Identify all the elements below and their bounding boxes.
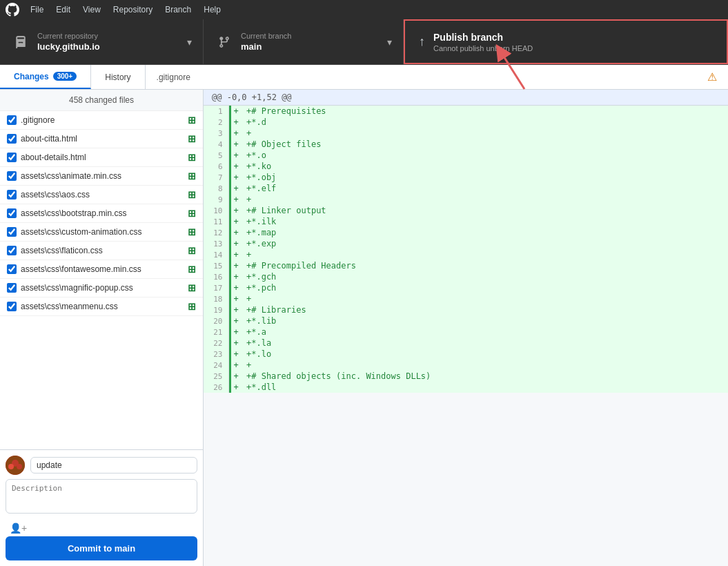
diff-indicator: + — [231, 106, 241, 117]
menu-file[interactable]: File — [25, 3, 49, 17]
file-item[interactable]: assets\css\flaticon.css ⊞ — [0, 242, 203, 260]
file-checkbox[interactable] — [7, 153, 17, 162]
diff-line-content: +*.la — [241, 338, 728, 349]
file-add-icon: ⊞ — [188, 226, 196, 237]
file-name: assets\css\animate.min.css — [21, 171, 184, 181]
file-checkbox[interactable] — [7, 264, 17, 274]
diff-line-content: + — [241, 360, 728, 371]
diff-line: 16 + +*.gch — [204, 271, 728, 282]
upload-icon: ↑ — [419, 35, 425, 49]
file-checkbox[interactable] — [7, 227, 17, 237]
diff-indicator: + — [231, 271, 241, 282]
diff-line-num: 21 — [204, 326, 228, 338]
file-item[interactable]: assets\css\custom-animation.css ⊞ — [0, 223, 203, 242]
diff-line-content: +*.gch — [241, 271, 728, 282]
diff-indicator: + — [231, 249, 241, 260]
diff-line: 26 + +*.dll — [204, 382, 728, 393]
diff-line-content: +# Shared objects (inc. Windows DLLs) — [241, 371, 728, 382]
commit-description-input[interactable] — [6, 479, 197, 514]
diff-table: 1 + +# Prerequisites 2 + +*.d 3 + + 4 + … — [204, 106, 728, 393]
menu-view[interactable]: View — [77, 3, 106, 17]
diff-line: 9 + + — [204, 194, 728, 205]
diff-line-content: +*.exp — [241, 238, 728, 249]
file-checkbox[interactable] — [7, 283, 17, 293]
file-name: assets\css\flaticon.css — [21, 246, 184, 255]
diff-line-num: 6 — [204, 161, 228, 172]
diff-line-content: +*.d — [241, 117, 728, 128]
filepath-section: .gitignore ⚠ — [146, 65, 728, 89]
publish-subtitle: Cannot publish unborn HEAD — [433, 44, 533, 52]
diff-line-content: +*.obj — [241, 172, 728, 183]
tab-changes[interactable]: Changes 300+ — [0, 65, 91, 89]
diff-line: 4 + +# Object files — [204, 139, 728, 150]
publish-branch-button[interactable]: ↑ Publish branch Cannot publish unborn H… — [404, 19, 728, 64]
branch-label-group: Current branch main — [241, 32, 291, 52]
diff-line-num: 22 — [204, 338, 228, 349]
changed-files-header: 458 changed files — [0, 90, 203, 111]
file-item[interactable]: assets\css\meanmenu.css ⊞ — [0, 297, 203, 316]
diff-line-content: +# Precompiled Headers — [241, 260, 728, 271]
commit-button[interactable]: Commit to main — [6, 536, 197, 560]
diff-header: @@ -0,0 +1,52 @@ — [204, 90, 728, 106]
co-author-row[interactable]: 👤+ — [6, 520, 197, 536]
diff-line-content: +*.map — [241, 227, 728, 238]
file-checkbox[interactable] — [7, 115, 17, 125]
file-name: assets\css\meanmenu.css — [21, 302, 184, 311]
diff-area[interactable]: @@ -0,0 +1,52 @@ 1 + +# Prerequisites 2 … — [204, 90, 728, 566]
changes-badge: 300+ — [53, 72, 77, 81]
menu-repository[interactable]: Repository — [108, 3, 158, 17]
current-branch-button[interactable]: Current branch main ▾ — [204, 19, 404, 64]
diff-line: 17 + +*.pch — [204, 282, 728, 293]
tabs-row: Changes 300+ History .gitignore ⚠ — [0, 65, 728, 90]
menu-edit[interactable]: Edit — [50, 3, 76, 17]
tab-changes-label: Changes — [14, 72, 49, 81]
file-add-icon: ⊞ — [188, 301, 196, 312]
diff-line-num: 12 — [204, 227, 228, 238]
diff-line-num: 18 — [204, 293, 228, 304]
file-item[interactable]: .gitignore ⊞ — [0, 111, 203, 130]
diff-line-num: 13 — [204, 238, 228, 249]
diff-line-num: 3 — [204, 128, 228, 139]
file-item[interactable]: assets\css\animate.min.css ⊞ — [0, 167, 203, 186]
diff-line-num: 5 — [204, 150, 228, 161]
file-item[interactable]: assets\css\magnific-popup.css ⊞ — [0, 279, 203, 297]
file-item[interactable]: assets\css\aos.css ⊞ — [0, 186, 203, 204]
diff-line-content: +# Libraries — [241, 304, 728, 315]
file-add-icon: ⊞ — [188, 282, 196, 293]
add-coauthor-icon: 👤+ — [10, 523, 27, 534]
file-item[interactable]: assets\css\fontawesome.min.css ⊞ — [0, 260, 203, 279]
file-checkbox[interactable] — [7, 208, 17, 218]
diff-indicator: + — [231, 172, 241, 183]
diff-indicator: + — [231, 216, 241, 227]
file-list: .gitignore ⊞ about-citta.html ⊞ about-de… — [0, 111, 203, 449]
branch-name: main — [241, 41, 291, 52]
file-item[interactable]: assets\css\bootstrap.min.css ⊞ — [0, 204, 203, 223]
diff-line-num: 10 — [204, 205, 228, 216]
commit-area: 👤+ Commit to main — [0, 449, 203, 566]
diff-line-num: 20 — [204, 315, 228, 326]
diff-line-num: 15 — [204, 260, 228, 271]
commit-user-row — [6, 456, 197, 475]
file-checkbox[interactable] — [7, 134, 17, 144]
current-repo-button[interactable]: Current repository lucky.github.io ▾ — [0, 19, 204, 64]
file-item[interactable]: about-citta.html ⊞ — [0, 130, 203, 148]
diff-line-content: +# Prerequisites — [241, 106, 728, 117]
commit-summary-input[interactable] — [30, 457, 197, 474]
file-name: assets\css\custom-animation.css — [21, 227, 184, 237]
menu-help[interactable]: Help — [198, 3, 226, 17]
diff-line: 22 + +*.la — [204, 338, 728, 349]
diff-indicator: + — [231, 238, 241, 249]
file-checkbox[interactable] — [7, 302, 17, 311]
file-checkbox[interactable] — [7, 171, 17, 181]
file-checkbox[interactable] — [7, 246, 17, 255]
file-item[interactable]: about-details.html ⊞ — [0, 148, 203, 167]
diff-line-content: +*.a — [241, 326, 728, 338]
diff-line-num: 7 — [204, 172, 228, 183]
diff-line-num: 26 — [204, 382, 228, 393]
file-name: assets\css\magnific-popup.css — [21, 283, 184, 293]
tab-history[interactable]: History — [91, 65, 145, 89]
menu-branch[interactable]: Branch — [159, 3, 197, 17]
diff-line-num: 17 — [204, 282, 228, 293]
repo-label-group: Current repository lucky.github.io — [37, 32, 100, 52]
file-checkbox[interactable] — [7, 190, 17, 199]
